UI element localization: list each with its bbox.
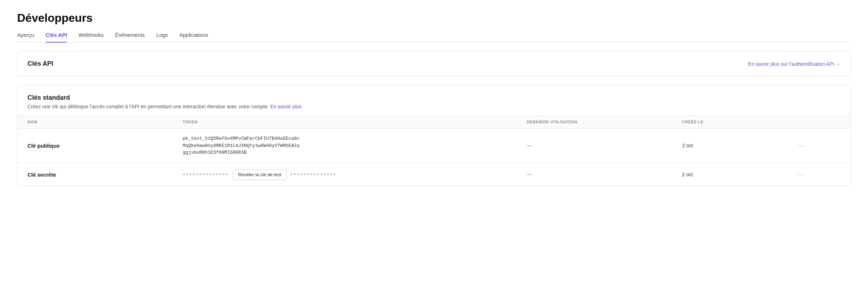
api-keys-header: Clés API En savoir plus sur l'authentifi… [17, 51, 851, 76]
tab-apercu[interactable]: Aperçu [17, 32, 34, 42]
public-key-more-button[interactable]: ··· [795, 140, 808, 151]
standard-keys-card: Clés standard Créez une clé qui débloque… [17, 85, 851, 187]
secret-key-more-button[interactable]: ··· [795, 169, 808, 180]
public-key-created: 2 oct. [682, 143, 694, 148]
tab-evenements[interactable]: Événements [115, 32, 145, 42]
col-header-derniere: DERNIÈRE UTILISATION [517, 115, 672, 129]
standard-keys-header: Clés standard Créez une clé qui débloque… [17, 85, 851, 115]
secret-key-mask: •••••••••••••• [183, 171, 229, 178]
col-header-nom: NOM [17, 115, 173, 129]
standard-keys-description: Créez une clé qui débloque l'accès compl… [27, 104, 841, 109]
table-row: Clé publique pk_test_51Q5ReFGvXMPvCWFprC… [17, 129, 851, 163]
standard-keys-learn-more-link[interactable]: En savoir plus [270, 104, 302, 109]
tab-applications[interactable]: Applications [179, 32, 208, 42]
tab-webhooks[interactable]: Webhooks [79, 32, 104, 42]
tab-logs[interactable]: Logs [156, 32, 168, 42]
secret-key-mask-end: •••••••••••••• [290, 171, 337, 178]
secret-key-created: 2 oct. [682, 172, 694, 177]
col-header-token: TOKEN [173, 115, 517, 129]
key-name-secret: Clé secrète [27, 172, 56, 178]
api-keys-card: Clés API En savoir plus sur l'authentifi… [17, 51, 851, 77]
table-header-row: NOM TOKEN DERNIÈRE UTILISATION CRÉÉE LE [17, 115, 851, 129]
key-name-public: Clé publique [27, 143, 60, 149]
reveal-secret-key-button[interactable]: Révéler la clé de test [233, 169, 287, 180]
api-keys-title: Clés API [27, 60, 53, 68]
tab-cles-api[interactable]: Clés API [46, 32, 67, 42]
public-key-last-used: — [527, 142, 533, 148]
tabs-nav: Aperçu Clés API Webhooks Événements Logs… [17, 32, 851, 43]
api-auth-link[interactable]: En savoir plus sur l'authentification AP… [748, 61, 841, 67]
table-row: Clé secrète •••••••••••••• Révéler la cl… [17, 163, 851, 186]
col-header-actions [785, 115, 851, 129]
page-title: Développeurs [17, 11, 851, 25]
col-header-creee: CRÉÉE LE [672, 115, 785, 129]
public-key-token: pk_test_51Q5ReFGvXMPvCWFprCbFIU7B40aDEca… [183, 135, 507, 156]
keys-table: NOM TOKEN DERNIÈRE UTILISATION CRÉÉE LE … [17, 115, 851, 186]
standard-keys-title: Clés standard [27, 94, 841, 102]
secret-key-last-used: — [527, 171, 533, 177]
secret-key-token-container: •••••••••••••• Révéler la clé de test ••… [183, 169, 507, 180]
